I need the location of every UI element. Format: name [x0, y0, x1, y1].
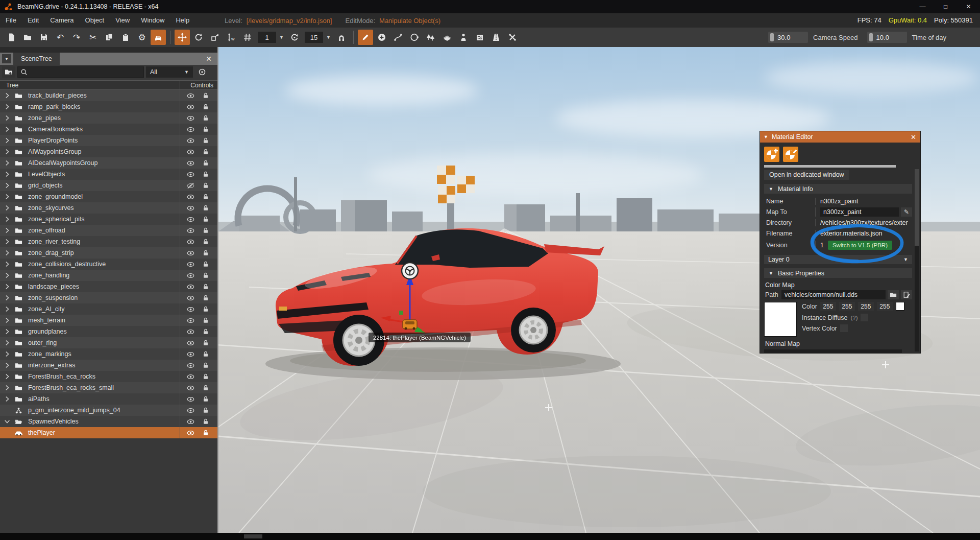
lock-icon[interactable]	[202, 283, 209, 290]
tree-row[interactable]: zone_markings	[0, 348, 217, 360]
tree-row[interactable]: zone_spherical_pits	[0, 214, 217, 225]
edit-material-button[interactable]	[783, 147, 798, 162]
open-dedicated-window-button[interactable]: Open in dedicated window	[764, 170, 849, 180]
tree-row[interactable]: zone_suspension	[0, 292, 217, 303]
lock-icon[interactable]	[202, 306, 209, 313]
maximize-button[interactable]: □	[934, 0, 957, 13]
menu-edit[interactable]: Edit	[22, 13, 44, 28]
tree-row[interactable]: thePlayer	[0, 427, 217, 438]
eye-icon[interactable]	[187, 350, 194, 358]
eye-icon[interactable]	[187, 193, 194, 201]
panel-close-icon[interactable]: ✕	[206, 55, 212, 63]
instance-diffuse-checkbox[interactable]	[861, 314, 868, 321]
tree-row[interactable]: zone_handling	[0, 270, 217, 281]
chevron-right-icon[interactable]	[4, 148, 11, 155]
menu-camera[interactable]: Camera	[44, 13, 79, 28]
eye-icon[interactable]	[187, 407, 194, 414]
tree-row[interactable]: zone_skycurves	[0, 202, 217, 214]
rotate-tool-button[interactable]	[191, 30, 206, 45]
tree-row[interactable]: ForestBrush_eca_rocks_small	[0, 382, 217, 393]
chevron-right-icon[interactable]	[4, 159, 11, 167]
material-editor-header[interactable]: ▼ Material Editor ✕	[760, 131, 920, 143]
eye-icon[interactable]	[187, 126, 194, 133]
menu-view[interactable]: View	[110, 13, 135, 28]
chevron-right-icon[interactable]	[4, 395, 11, 403]
chevron-right-icon[interactable]	[4, 238, 11, 245]
chevron-right-icon[interactable]	[4, 306, 11, 313]
collapse-triangle-icon[interactable]: ▼	[764, 134, 768, 139]
chevron-right-icon[interactable]	[4, 350, 11, 358]
search-input[interactable]	[17, 66, 144, 78]
eye-icon[interactable]	[187, 103, 194, 111]
tree-row[interactable]: zone_pipes	[0, 112, 217, 124]
lock-icon[interactable]	[202, 407, 209, 414]
vertex-color-checkbox[interactable]	[840, 324, 848, 332]
tree-row[interactable]: AIDecalWaypointsGroup	[0, 157, 217, 169]
lock-icon[interactable]	[202, 350, 209, 358]
chevron-right-icon[interactable]	[4, 137, 11, 144]
lock-icon[interactable]	[202, 182, 209, 189]
lock-icon[interactable]	[202, 373, 209, 380]
eye-icon[interactable]	[187, 429, 194, 437]
chevron-right-icon[interactable]	[4, 126, 11, 133]
eye-icon[interactable]	[187, 339, 194, 347]
map-to-input[interactable]: n300zx_paint	[820, 207, 899, 217]
lock-icon[interactable]	[202, 103, 209, 110]
color-r-input[interactable]: 255	[820, 302, 836, 311]
tree-row[interactable]: zone_offroad	[0, 225, 217, 236]
eye-icon[interactable]	[187, 384, 194, 392]
tree-row[interactable]: outer_ring	[0, 337, 217, 348]
chevron-right-icon[interactable]	[4, 362, 11, 369]
tree-row[interactable]: ramp_park_blocks	[0, 101, 217, 112]
eye-icon[interactable]	[187, 171, 194, 178]
misc-tools-button[interactable]	[505, 30, 520, 45]
road-tool-button[interactable]	[488, 30, 504, 45]
browse-folder-button[interactable]	[888, 290, 899, 299]
material-editor-close-icon[interactable]: ✕	[911, 133, 916, 141]
eye-icon[interactable]	[187, 306, 194, 313]
lock-icon[interactable]	[202, 429, 209, 436]
edit-pencil-button[interactable]: ✎	[901, 207, 912, 217]
eye-icon[interactable]	[187, 92, 194, 100]
tree-row[interactable]: groundplanes	[0, 326, 217, 337]
snap-grid-button[interactable]	[240, 30, 255, 45]
chevron-right-icon[interactable]	[4, 328, 11, 335]
tree-row[interactable]: interzone_extras	[0, 360, 217, 371]
paste-button[interactable]	[118, 30, 133, 45]
section-material-info[interactable]: ▼ Material Info	[764, 184, 912, 194]
tree-row[interactable]: p_gm_interzone_mild_jumps_04	[0, 405, 217, 416]
chevron-right-icon[interactable]	[4, 171, 11, 178]
tree-row[interactable]: LevelObjects	[0, 169, 217, 180]
lock-icon[interactable]	[202, 137, 209, 144]
character-tool-button[interactable]	[456, 30, 471, 45]
rotate-snap-dropdown[interactable]: 15	[305, 32, 323, 43]
eye-icon[interactable]	[187, 283, 194, 291]
cut-button[interactable]: ✂	[85, 30, 101, 45]
chevron-right-icon[interactable]	[4, 103, 11, 110]
chevron-right-icon[interactable]	[4, 204, 11, 212]
lock-icon[interactable]	[202, 159, 209, 167]
tab-scenetree[interactable]: SceneTree	[13, 53, 60, 65]
eye-icon[interactable]	[187, 216, 194, 223]
menu-help[interactable]: Help	[170, 13, 195, 28]
lock-icon[interactable]	[202, 238, 209, 245]
lock-icon[interactable]	[202, 261, 209, 268]
measure-tool-button[interactable]: w	[224, 30, 239, 45]
chevron-down-icon[interactable]	[4, 418, 11, 425]
lock-icon[interactable]	[202, 126, 209, 133]
tree-row[interactable]: grid_objects	[0, 180, 217, 191]
tree-row[interactable]: zone_river_testing	[0, 236, 217, 247]
tree-row[interactable]: zone_drag_strip	[0, 247, 217, 259]
chevron-right-icon[interactable]	[4, 92, 11, 99]
eye-icon[interactable]	[187, 317, 194, 324]
path-tool-button[interactable]	[390, 30, 406, 45]
translate-tool-button[interactable]	[175, 30, 190, 45]
tree-row[interactable]: track_builder_pieces	[0, 90, 217, 101]
chevron-right-icon[interactable]	[4, 283, 11, 290]
lock-icon[interactable]	[202, 272, 209, 279]
chevron-right-icon[interactable]	[4, 317, 11, 324]
time-of-day-thumb[interactable]	[869, 33, 873, 41]
eye-icon[interactable]	[187, 114, 194, 122]
forest-tool-button[interactable]	[423, 30, 438, 45]
horizontal-scrollbar[interactable]	[764, 165, 896, 168]
